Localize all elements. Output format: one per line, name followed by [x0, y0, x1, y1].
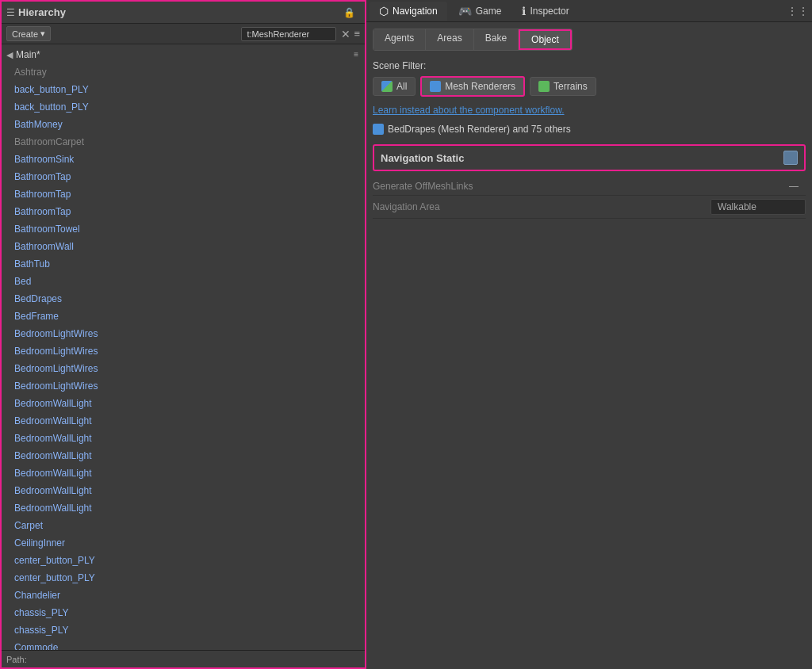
list-item[interactable]: BedroomLightWires	[2, 325, 365, 342]
filter-all-button[interactable]: All	[373, 77, 416, 96]
list-item[interactable]: chassis_PLY	[2, 604, 365, 621]
tab-navigation[interactable]: ⬡ Navigation	[370, 2, 447, 21]
inspector-tab-icon: ℹ	[522, 5, 526, 17]
list-item[interactable]: Chandelier	[2, 587, 365, 604]
main-item-extra: ≡	[354, 48, 358, 62]
nav-area-row: Navigation Area Walkable	[373, 196, 806, 219]
filter-buttons: All Mesh Renderers Terrains	[373, 76, 806, 97]
hierarchy-main-item[interactable]: ◀ Main* ≡	[2, 46, 365, 63]
list-icon[interactable]: ≡	[354, 28, 360, 40]
navigation-tab-label: Navigation	[393, 6, 438, 17]
list-item[interactable]: BedroomWallLight	[2, 482, 365, 499]
scene-filter-label: Scene Filter:	[373, 60, 806, 71]
hierarchy-panel: ☰ Hierarchy 🔒 Create ▾ ✕ ≡ ◀ Main* ≡	[0, 0, 366, 669]
nav-static-section: Navigation Static	[373, 144, 806, 171]
filter-terrain-label: Terrains	[553, 81, 588, 92]
sub-tab-agents[interactable]: Agents	[373, 29, 426, 50]
close-search-icon[interactable]: ✕	[341, 28, 350, 40]
generate-offmesh-label: Generate OffMeshLinks	[373, 181, 473, 192]
list-item[interactable]: chassis_PLY	[2, 621, 365, 639]
filter-all-icon	[381, 81, 393, 92]
inspector-tab-label: Inspector	[530, 6, 569, 17]
generate-offmesh-row: Generate OffMeshLinks —	[373, 178, 806, 196]
nav-static-label: Navigation Static	[381, 152, 464, 164]
list-item-bathtub[interactable]: BathTub	[2, 255, 365, 273]
nav-static-checkbox[interactable]	[783, 151, 798, 165]
sub-tab-object[interactable]: Object	[519, 29, 572, 50]
learn-link[interactable]: Learn instead about the component workfl…	[373, 105, 806, 116]
filter-mesh-label: Mesh Renderers	[445, 81, 515, 92]
list-item[interactable]: BedroomWallLight	[2, 447, 365, 464]
list-item[interactable]: center_button_PLY	[2, 552, 365, 569]
nav-content: Agents Areas Bake Object Scene Filter: A…	[366, 22, 812, 669]
create-button[interactable]: Create ▾	[6, 26, 51, 41]
navigation-tab-icon: ⬡	[379, 5, 389, 17]
hierarchy-toolbar: Create ▾ ✕ ≡	[2, 24, 365, 44]
list-item[interactable]: BathroomTap	[2, 203, 365, 220]
tab-inspector[interactable]: ℹ Inspector	[512, 2, 578, 21]
list-item[interactable]: center_button_PLY	[2, 569, 365, 587]
hamburger-icon: ☰	[6, 7, 15, 18]
main-layout: ☰ Hierarchy 🔒 Create ▾ ✕ ≡ ◀ Main* ≡	[0, 0, 812, 669]
list-item[interactable]: BedroomWallLight	[2, 464, 365, 482]
right-panel: ⬡ Navigation 🎮 Game ℹ Inspector ⋮⋮ Agent…	[366, 0, 812, 669]
toolbar-right: ✕ ≡	[241, 27, 360, 41]
list-item[interactable]: back_button_PLY	[2, 98, 365, 116]
sub-tabs: Agents Areas Bake Object	[373, 29, 573, 51]
list-item[interactable]: BathroomSink	[2, 151, 365, 168]
nav-area-value[interactable]: Walkable	[710, 199, 806, 215]
game-tab-label: Game	[476, 6, 502, 17]
create-dropdown-icon: ▾	[40, 29, 45, 39]
sub-tab-bake[interactable]: Bake	[474, 29, 519, 50]
list-item[interactable]: Bed	[2, 273, 365, 290]
search-input[interactable]	[241, 27, 336, 41]
list-item[interactable]: CeilingInner	[2, 534, 365, 552]
tab-game[interactable]: 🎮 Game	[449, 2, 511, 21]
list-item[interactable]: Carpet	[2, 517, 365, 534]
path-label: Path:	[6, 655, 27, 664]
list-item[interactable]: BedroomWallLight	[2, 412, 365, 430]
hierarchy-header: ☰ Hierarchy 🔒	[2, 2, 365, 24]
list-item[interactable]: back_button_PLY	[2, 81, 365, 98]
list-item[interactable]: Ashtray	[2, 63, 365, 81]
list-item[interactable]: BedroomLightWires	[2, 360, 365, 377]
filter-terrain-button[interactable]: Terrains	[530, 77, 596, 96]
sub-tab-areas[interactable]: Areas	[426, 29, 473, 50]
hierarchy-title-area: ☰ Hierarchy	[6, 6, 66, 18]
list-item[interactable]: BedroomLightWires	[2, 342, 365, 360]
mesh-renderer-icon	[373, 124, 384, 135]
game-tab-icon: 🎮	[458, 5, 472, 17]
filter-terrain-icon	[538, 81, 550, 92]
hierarchy-panel-title: Hierarchy	[18, 6, 66, 18]
nav-static-row: Navigation Static	[381, 151, 798, 165]
generate-offmesh-value: —	[782, 181, 806, 192]
hierarchy-list: ◀ Main* ≡ Ashtray back_button_PLY back_b…	[2, 44, 365, 650]
filter-mesh-icon	[430, 81, 441, 92]
scene-icon: ◀	[6, 48, 13, 62]
hierarchy-bottom: Path:	[2, 650, 365, 667]
list-item[interactable]: BedroomWallLight	[2, 395, 365, 412]
list-item[interactable]: BathroomWall	[2, 238, 365, 255]
filter-all-label: All	[396, 81, 407, 92]
list-item-commode[interactable]: Commode	[2, 639, 365, 650]
object-info: BedDrapes (Mesh Renderer) and 75 others	[373, 124, 806, 135]
list-item[interactable]: BathroomTap	[2, 185, 365, 203]
list-item[interactable]: BathroomTap	[2, 168, 365, 185]
filter-mesh-button[interactable]: Mesh Renderers	[420, 76, 525, 97]
list-item[interactable]: BedroomWallLight	[2, 430, 365, 447]
main-item-label: Main*	[16, 48, 40, 62]
list-item[interactable]: BedroomWallLight	[2, 499, 365, 517]
list-item[interactable]: BathMoney	[2, 116, 365, 133]
nav-area-label: Navigation Area	[373, 201, 440, 212]
top-tabs: ⬡ Navigation 🎮 Game ℹ Inspector ⋮⋮	[366, 0, 812, 22]
list-item[interactable]: BathroomCarpet	[2, 133, 365, 151]
list-item[interactable]: BedFrame	[2, 308, 365, 325]
list-item[interactable]: BedroomLightWires	[2, 377, 365, 395]
list-item[interactable]: BedDrapes	[2, 290, 365, 308]
create-label: Create	[12, 29, 38, 39]
lock-icon[interactable]: 🔒	[343, 7, 355, 18]
object-info-text: BedDrapes (Mesh Renderer) and 75 others	[388, 124, 571, 135]
list-item[interactable]: BathroomTowel	[2, 220, 365, 238]
tab-menu-icon[interactable]: ⋮⋮	[787, 5, 809, 17]
